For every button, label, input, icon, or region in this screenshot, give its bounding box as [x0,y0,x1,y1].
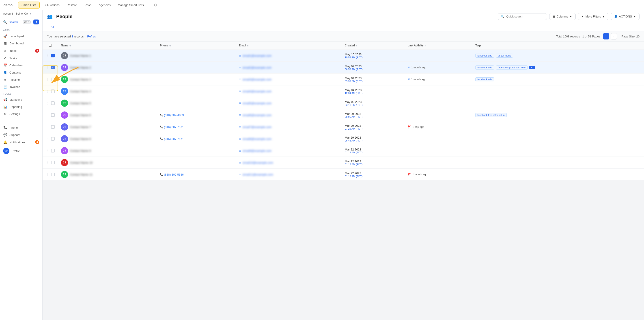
contact-email: email8@example.com [242,137,272,141]
sidebar-item-settings[interactable]: ⚙ Settings [0,110,42,118]
row-checkbox[interactable] [51,161,55,164]
table-row: ⋮??Contact Name 1✉email1@example.comMay … [42,50,644,62]
drag-handle-icon[interactable]: ⋮ [46,173,49,176]
created-date: May 07 2023 [345,65,402,68]
nav-item-tasks[interactable]: Tasks [81,2,94,8]
contact-name-text[interactable]: Contact Name 2 [70,66,91,69]
row-checkbox[interactable] [51,90,55,93]
nav-item-agencies[interactable]: Agencies [96,2,114,8]
row-checkbox[interactable] [51,101,55,105]
activity-text: 1 month ago [411,78,426,81]
sidebar-item-profile[interactable]: GP Profile [0,146,42,156]
drag-handle-icon[interactable]: ⋮ [46,113,49,117]
sidebar-item-invoices[interactable]: 🧾 Invoices [0,83,42,90]
contact-name-text[interactable]: Contact Name 9 [70,149,91,152]
sidebar-item-dashboard[interactable]: ▦ Dashboard [0,40,42,47]
actions-button[interactable]: 👤 ACTIONS ▼ [610,13,640,20]
contact-name-text[interactable]: Contact Name 8 [70,137,91,141]
contact-email-cell: ✉email9@example.com [236,145,342,157]
search-upload-btn[interactable]: ⬆ [34,20,39,25]
contact-name-text[interactable]: Contact Name 4 [70,90,91,93]
contact-tag[interactable]: facebook group post lead [496,66,528,70]
row-checkbox[interactable] [51,149,55,152]
table-row: ⋮??Contact Name 5✉email5@example.comMay … [42,97,644,109]
drag-handle-icon[interactable]: ⋮ [46,90,49,93]
sidebar-item-reporting[interactable]: 📊 Reporting [0,103,42,110]
contact-tag[interactable]: tik tok leads [496,54,513,58]
row-checkbox[interactable] [51,137,55,141]
contact-name-text[interactable]: Contact Name 3 [70,78,91,81]
sidebar: Account -- Irvine, CA ▼ 🔍 Search ctrl K … [0,10,42,181]
sidebar-item-phone[interactable]: 📞 Phone [0,124,42,131]
sidebar-item-calendars[interactable]: 📅 Calendars [0,62,42,69]
nav-item-manage-smart-lists[interactable]: Manage Smart Lists [115,2,147,8]
drag-handle-icon[interactable]: ⋮ [46,149,49,152]
contact-name-text[interactable]: Contact Name 1 [70,54,91,57]
row-checkbox[interactable] [51,125,55,129]
row-checkbox[interactable] [51,66,55,69]
sidebar-search[interactable]: 🔍 Search ctrl K ⬆ [0,17,42,27]
sidebar-item-marketing[interactable]: 📢 Marketing [0,96,42,103]
header-tags: Tags [472,42,644,50]
tag-plus-button[interactable]: +1 [529,66,535,69]
columns-button[interactable]: ▦ Columns ▼ [549,13,576,20]
sidebar-item-pipeline[interactable]: ◈ Pipeline [0,76,42,83]
contact-name-text[interactable]: Contact Name 6 [70,114,91,117]
name-sort-icon[interactable]: ⇅ [69,44,71,47]
page-1-button[interactable]: 1 [603,33,609,40]
drag-handle-icon[interactable]: ⋮ [46,161,49,164]
refresh-button[interactable]: Refresh [87,35,98,38]
drag-handle-icon[interactable]: ⋮ [46,66,49,69]
contact-avatar: ?? [61,64,68,71]
email-icon: ✉ [239,149,241,152]
sidebar-item-tasks[interactable]: ✓ Tasks [0,55,42,62]
created-time: 01:18 AM (PDT) [345,175,402,178]
notifications-icon: 🔔 [3,140,7,144]
drag-handle-icon[interactable]: ⋮ [46,125,49,129]
drag-handle-icon[interactable]: ⋮ [46,137,49,141]
more-filters-button[interactable]: ▼ More Filters ▼ [578,13,608,20]
columns-chevron-icon: ▼ [570,15,572,18]
activity-sort-icon[interactable]: ⇅ [424,44,426,47]
contact-tag[interactable]: facebook ads [475,54,494,58]
sidebar-item-launchpad[interactable]: 🚀 Launchpad [0,33,42,40]
page-next-button[interactable]: › [610,33,617,40]
quick-search-input[interactable] [506,15,544,18]
settings-icon[interactable]: ⚙ [152,2,158,9]
drag-handle-icon[interactable]: ⋮ [46,78,49,81]
email-sort-icon[interactable]: ⇅ [247,44,249,47]
row-checkbox[interactable] [51,113,55,117]
quick-search-box[interactable]: 🔍 [498,13,547,20]
sidebar-item-inbox[interactable]: ✉ Inbox 0 [0,47,42,55]
phone-sort-icon[interactable]: ⇅ [169,44,171,47]
contact-tag[interactable]: facebook ads [475,77,494,81]
row-checkbox-cell: ⋮ [42,74,58,85]
sidebar-item-contacts[interactable]: 👤 Contacts [0,69,42,76]
toolbar: You have selected 2 records. Refresh Tot… [42,31,644,42]
row-checkbox[interactable] [51,54,55,57]
contact-tags-cell [472,121,644,133]
created-sort-icon[interactable]: ⇅ [356,44,358,47]
nav-item-restore[interactable]: Restore [64,2,80,8]
contact-name-text[interactable]: Contact Name 5 [70,102,91,105]
contact-name-text[interactable]: Contact Name 10 [70,161,92,164]
select-all-checkbox[interactable] [49,44,52,47]
contact-tag[interactable]: facebook free offer opt in [475,113,507,117]
main-content: 👥 People 🔍 ▦ Columns ▼ ▼ More Filters ▼ … [42,10,644,181]
activity-text: 1 day ago [412,125,424,129]
contact-tag[interactable]: facebook ads [475,66,494,70]
sidebar-item-support[interactable]: 💬 Support [0,131,42,138]
nav-item-bulk-actions[interactable]: Bulk Actions [40,2,63,8]
drag-handle-icon[interactable]: ⋮ [46,101,49,105]
row-checkbox[interactable] [51,173,55,176]
created-date: Mar 29 2023 [345,136,402,139]
row-checkbox[interactable] [51,78,55,81]
actions-label: ACTIONS [619,15,632,18]
sidebar-item-notifications[interactable]: 🔔 Notifications 4 [0,138,42,146]
contact-name-text[interactable]: Contact Name 11 [70,173,92,176]
contact-name-text[interactable]: Contact Name 7 [70,125,91,129]
account-chevron-icon[interactable]: ▼ [29,13,32,15]
drag-handle-icon[interactable]: ⋮ [46,54,49,57]
nav-item-smart-lists[interactable]: Smart Lists [18,2,40,9]
tab-all[interactable]: All [47,23,57,31]
